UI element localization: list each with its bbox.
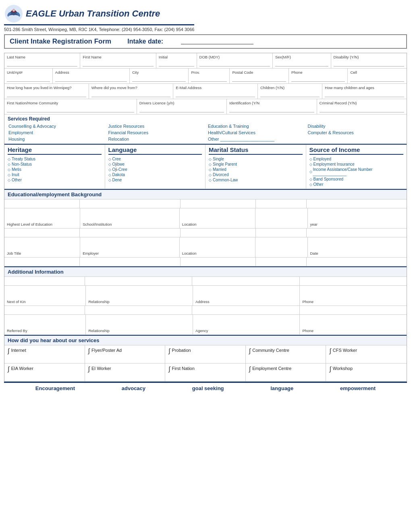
checkbox-probation[interactable]: ∫ xyxy=(168,348,170,354)
marital-married[interactable]: ◇Married xyxy=(209,167,303,172)
lang-dakota[interactable]: ◇Dakota xyxy=(108,172,202,177)
hear-employment-centre[interactable]: ∫ Employment Centre xyxy=(246,364,326,381)
marital-single[interactable]: ◇Single xyxy=(209,156,303,162)
service-disability[interactable]: Disability xyxy=(307,123,404,129)
marital-single-parent[interactable]: ◇Single Parent xyxy=(209,162,303,167)
checkbox-ei[interactable]: ∫ xyxy=(88,366,90,372)
how-long-field[interactable]: How long have you lived in Winnipeg? xyxy=(4,84,89,99)
checkbox-community[interactable]: ∫ xyxy=(249,348,251,354)
hear-community[interactable]: ∫ Community Centre xyxy=(246,345,326,363)
checkbox-workshop[interactable]: ∫ xyxy=(329,366,331,372)
income-other[interactable]: ◇Other xyxy=(309,182,404,187)
ref-agency-field[interactable]: Agency xyxy=(193,315,300,335)
additional-section: Additional Information Next of Kin Relat… xyxy=(4,266,407,335)
edu-blank-5 xyxy=(307,200,407,208)
hear-probation[interactable]: ∫ Probation xyxy=(165,345,246,363)
service-counselling[interactable]: Counselling & Advocacy xyxy=(8,123,104,129)
service-education[interactable]: Education & Training xyxy=(207,123,304,129)
edu-blank-row-1 xyxy=(4,200,407,208)
school-field[interactable]: School/Institution xyxy=(80,208,180,228)
lang-cree[interactable]: ◇Cree xyxy=(108,156,202,162)
hear-row-2: ∫ EIA Worker ∫ EI Worker ∫ First Nation … xyxy=(4,364,407,381)
next-relationship-field[interactable]: Relationship xyxy=(86,286,193,305)
footer-word-5: empowerment xyxy=(340,385,376,391)
next-address-field[interactable]: Address xyxy=(193,286,300,305)
address-field[interactable]: Address xyxy=(53,69,130,83)
lang-dene[interactable]: ◇Dene xyxy=(108,177,202,183)
marital-common-law[interactable]: ◇Common-Law xyxy=(209,177,303,183)
highest-ed-field[interactable]: Highest Level of Education xyxy=(4,208,80,228)
checkbox-eia[interactable]: ∫ xyxy=(8,366,9,372)
edu-blank2-2 xyxy=(80,229,181,237)
service-financial[interactable]: Financial Resources xyxy=(108,130,204,135)
income-band[interactable]: ◇Band Sponsored xyxy=(309,177,404,182)
service-justice[interactable]: Justice Resources xyxy=(108,123,204,129)
service-relocation[interactable]: Relocation xyxy=(108,136,204,142)
service-other[interactable]: Other ______________________ xyxy=(207,136,304,142)
referred-by-field[interactable]: Referred By xyxy=(4,315,86,335)
where-from-field[interactable]: Where did you move from? xyxy=(89,84,174,99)
service-computer[interactable]: Computer & Resources xyxy=(307,130,404,135)
checkbox-flyer[interactable]: ∫ xyxy=(88,348,90,354)
children-field[interactable]: Children (Y/N) xyxy=(258,84,322,99)
footer-word-1: Encouragement xyxy=(35,385,75,391)
date-field[interactable]: Date xyxy=(308,237,407,257)
prov-field[interactable]: Prov. xyxy=(189,69,230,83)
checkbox-first-nation[interactable]: ∫ xyxy=(168,366,170,372)
phone-field[interactable]: Phone xyxy=(289,69,348,83)
heritage-other[interactable]: ◇Other xyxy=(8,177,102,183)
drivers-field[interactable]: Drivers Licence (y/n) xyxy=(137,99,227,114)
next-of-kin-field[interactable]: Next of Kin xyxy=(4,286,86,305)
lang-ojicree[interactable]: ◇Oji-Cree xyxy=(108,167,202,172)
heritage-nonstatus[interactable]: ◇Non-Status xyxy=(8,162,102,167)
checkbox-cfs[interactable]: ∫ xyxy=(329,348,331,354)
city-field[interactable]: City xyxy=(130,69,189,83)
first-nation-field[interactable]: First Nation/Home Community xyxy=(4,99,137,114)
hear-internet[interactable]: ∫ Internet xyxy=(4,345,85,363)
service-housing[interactable]: Housing xyxy=(8,136,104,142)
hear-cfs[interactable]: ∫ CFS Worker xyxy=(326,345,407,363)
lang-ojibwe[interactable]: ◇Ojibwe xyxy=(108,162,202,167)
personal-row-4: First Nation/Home Community Drivers Lice… xyxy=(4,99,407,114)
unit-apt-field[interactable]: Unit/Apt# xyxy=(4,69,53,83)
checkbox-internet[interactable]: ∫ xyxy=(8,348,9,354)
footer: Encouragement advocacy goal seeking lang… xyxy=(4,382,407,394)
initial-field[interactable]: Initial xyxy=(156,53,197,68)
checkbox-employment-centre[interactable]: ∫ xyxy=(249,366,251,372)
disability-field[interactable]: Disability (Y/N) xyxy=(331,53,407,68)
identification-field[interactable]: Identification (Y/N xyxy=(227,99,317,114)
marital-divorced[interactable]: ◇Divorced xyxy=(209,172,303,177)
referred-by-row: Referred By Relationship Agency Phone xyxy=(4,315,407,335)
ref-phone-field[interactable]: Phone xyxy=(300,315,407,335)
how-many-field[interactable]: How many children and ages xyxy=(322,84,407,99)
hear-first-nation[interactable]: ∫ First Nation xyxy=(165,364,246,381)
heritage-treaty[interactable]: ◇Treaty Status xyxy=(8,156,102,162)
hear-flyer[interactable]: ∫ Flyer/Poster Ad xyxy=(85,345,166,363)
employer-field[interactable]: Employer xyxy=(80,237,180,257)
service-health[interactable]: Health/Cultural Services xyxy=(207,130,304,135)
hear-workshop[interactable]: ∫ Workshop xyxy=(326,364,407,381)
service-employment[interactable]: Employment xyxy=(8,130,104,135)
hear-eia[interactable]: ∫ EIA Worker xyxy=(4,364,85,381)
heritage-metis[interactable]: ◇Metis xyxy=(8,167,102,172)
income-employment-ins[interactable]: ◇Employment Insurance xyxy=(309,162,404,167)
cell-field[interactable]: Cell xyxy=(348,69,407,83)
heritage-inuit[interactable]: ◇Inuit xyxy=(8,172,102,177)
postal-field[interactable]: Postal Code xyxy=(230,69,289,83)
job-location-field[interactable]: Location xyxy=(180,237,255,257)
dob-field[interactable]: DOB (MDY) xyxy=(197,53,273,68)
income-assistance[interactable]: ◇Income Assistance/Case Number _________… xyxy=(309,167,404,177)
year-field[interactable]: year xyxy=(308,208,407,228)
ref-relationship-field[interactable]: Relationship xyxy=(86,315,193,335)
intake-date-field[interactable] xyxy=(181,39,253,44)
job-title-field[interactable]: Job Title xyxy=(4,237,80,257)
email-field[interactable]: E-Mail Address xyxy=(173,84,258,99)
sex-field[interactable]: Sex(M/F) xyxy=(273,53,331,68)
last-name-field[interactable]: Last Name xyxy=(4,53,80,68)
criminal-field[interactable]: Criminal Record (Y/N) xyxy=(317,99,407,114)
next-phone-field[interactable]: Phone xyxy=(300,286,407,305)
edu-location-field[interactable]: Location xyxy=(180,208,255,228)
hear-ei[interactable]: ∫ EI Worker xyxy=(85,364,166,381)
first-name-field[interactable]: First Name xyxy=(80,53,156,68)
income-employed[interactable]: ◇Employed xyxy=(309,156,404,162)
